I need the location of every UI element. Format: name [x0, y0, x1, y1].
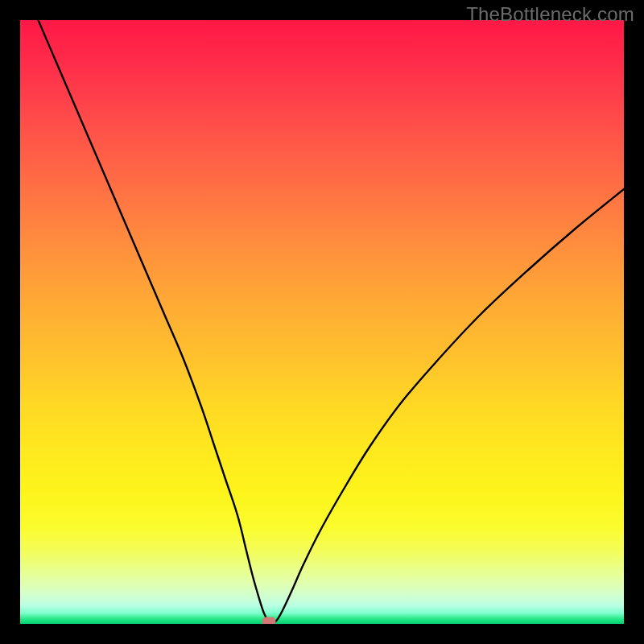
bottleneck-curve [20, 20, 624, 624]
watermark-text: TheBottleneck.com [466, 3, 634, 26]
optimum-marker [262, 617, 276, 625]
plot-area [20, 20, 624, 624]
chart-frame: TheBottleneck.com [0, 0, 644, 644]
